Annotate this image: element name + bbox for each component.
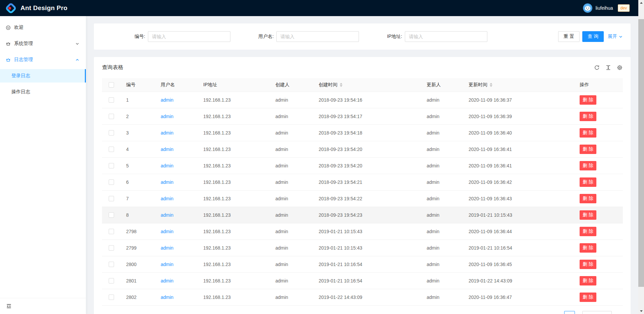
reset-button[interactable]: 重 置 (558, 31, 580, 42)
cell-creator: admin (275, 147, 288, 152)
delete-button[interactable]: 删 除 (580, 243, 596, 253)
avatar-image (583, 3, 592, 13)
delete-button[interactable]: 删 除 (580, 145, 596, 154)
expand-link[interactable]: 展开 (608, 34, 623, 40)
column-header-action: 操作 (574, 78, 623, 92)
sort-carets-icon (490, 83, 492, 87)
row-checkbox[interactable] (109, 97, 114, 103)
chevron-down-icon (75, 42, 79, 46)
table-row: 2802 admin 192.168.1.23 admin 2019-01-22… (102, 289, 623, 305)
table-row: 7 admin 192.168.1.23 admin 2018-09-23 19… (102, 190, 623, 207)
table-row: 1 admin 192.168.1.23 admin 2018-09-23 19… (102, 92, 623, 108)
cell-create-time: 2018-09-23 19:54:16 (319, 97, 362, 103)
table-title: 查询表格 (102, 64, 123, 71)
cell-update-time: 2020-11-09 16:36:40 (469, 130, 512, 136)
row-checkbox[interactable] (109, 295, 114, 300)
cell-creator: admin (275, 163, 288, 168)
column-header-create-time-sorter[interactable]: 创建时间 (319, 82, 342, 88)
table-row: 8 admin 192.168.1.23 admin 2018-09-23 19… (102, 207, 623, 223)
cell-updater: admin (427, 278, 439, 283)
user-avatar[interactable] (583, 3, 592, 13)
cell-creator: admin (275, 229, 288, 234)
username-link[interactable]: admin (161, 196, 173, 201)
row-checkbox[interactable] (109, 262, 114, 267)
delete-button[interactable]: 删 除 (580, 227, 596, 236)
search-form-card: 编号: 用户名: IP地址: 重 置 查 询 展开 (94, 23, 631, 50)
crown-icon (6, 57, 11, 62)
username-link[interactable]: admin (161, 262, 173, 267)
page-size-select[interactable] (582, 311, 612, 314)
delete-button[interactable]: 删 除 (580, 95, 596, 105)
delete-button[interactable]: 删 除 (580, 210, 596, 220)
scrollbar-down-arrow[interactable] (638, 308, 644, 314)
username-link[interactable]: admin (161, 278, 173, 283)
username-link[interactable]: admin (161, 130, 173, 136)
form-item-username: 用户名: (230, 31, 359, 42)
row-checkbox[interactable] (109, 212, 114, 218)
cell-create-time: 2018-09-23 19:54:23 (319, 212, 362, 218)
menu-fold-icon[interactable] (6, 303, 12, 309)
id-input[interactable] (148, 31, 230, 42)
delete-button[interactable]: 删 除 (580, 194, 596, 203)
cell-updater: admin (427, 114, 439, 119)
row-checkbox[interactable] (109, 245, 114, 251)
delete-button[interactable]: 删 除 (580, 161, 596, 170)
username-link[interactable]: admin (161, 212, 173, 218)
reload-icon[interactable] (594, 65, 600, 70)
sidebar-item-login-log[interactable]: 登录日志 (0, 69, 86, 83)
settings-gear-icon[interactable] (617, 65, 623, 70)
delete-button[interactable]: 删 除 (580, 128, 596, 138)
row-checkbox[interactable] (109, 163, 114, 168)
scrollbar-up-arrow[interactable] (638, 0, 644, 6)
sidebar-item-system-mgmt[interactable]: 系统管理 (0, 37, 86, 50)
username-link[interactable]: admin (161, 245, 173, 251)
cell-creator: admin (275, 179, 288, 185)
pagination-page-1[interactable]: 1 (564, 311, 575, 314)
username-link[interactable]: admin (161, 229, 173, 234)
row-checkbox[interactable] (109, 179, 114, 185)
row-checkbox[interactable] (109, 229, 114, 234)
sidebar-footer (0, 298, 86, 314)
sidebar-item-label: 登录日志 (11, 73, 30, 79)
row-checkbox[interactable] (109, 196, 114, 201)
form-item-ip: IP地址: (359, 31, 487, 42)
username-link[interactable]: admin (161, 179, 173, 185)
sidebar-item-welcome[interactable]: 欢迎 (0, 21, 86, 34)
username-link[interactable]: admin (161, 114, 173, 119)
env-tag: dev (618, 4, 630, 12)
cell-create-time: 2019-01-21 10:15:43 (319, 229, 362, 234)
cell-creator: admin (275, 130, 288, 136)
ip-input[interactable] (405, 31, 487, 42)
row-checkbox[interactable] (109, 130, 114, 136)
sidebar-item-operation-log[interactable]: 操作日志 (0, 85, 86, 99)
delete-button[interactable]: 删 除 (580, 112, 596, 121)
row-checkbox[interactable] (109, 147, 114, 152)
cell-id: 2801 (126, 278, 137, 283)
row-checkbox[interactable] (109, 278, 114, 283)
sidebar-item-log-mgmt[interactable]: 日志管理 (0, 53, 86, 66)
app-logo[interactable]: Ant Design Pro (5, 3, 67, 14)
scrollbar-thumb[interactable] (638, 19, 644, 287)
delete-button[interactable]: 删 除 (580, 293, 596, 302)
cell-id: 4 (126, 147, 129, 152)
query-table: 编号 用户名 IP地址 创建人 创建时间 更新人 更新时间 (102, 78, 623, 306)
select-all-checkbox[interactable] (109, 82, 114, 88)
username-input[interactable] (276, 31, 359, 42)
row-checkbox[interactable] (109, 114, 114, 119)
delete-button[interactable]: 删 除 (580, 260, 596, 269)
username-link[interactable]: admin (161, 163, 173, 168)
username-link[interactable]: admin (161, 147, 173, 152)
cell-id: 3 (126, 130, 129, 136)
username-link[interactable]: admin (161, 295, 173, 300)
cell-id: 2798 (126, 229, 137, 234)
username-link[interactable]: admin (161, 97, 173, 103)
cell-creator: admin (275, 262, 288, 267)
column-header-update-time-sorter[interactable]: 更新时间 (469, 82, 492, 88)
username-text[interactable]: liufeihua (595, 5, 613, 11)
pagination: 1 (102, 311, 623, 314)
table-header-row: 编号 用户名 IP地址 创建人 创建时间 更新人 更新时间 (102, 78, 623, 92)
query-button[interactable]: 查 询 (582, 31, 604, 42)
delete-button[interactable]: 删 除 (580, 177, 596, 187)
delete-button[interactable]: 删 除 (580, 276, 596, 285)
density-icon[interactable] (605, 65, 611, 70)
